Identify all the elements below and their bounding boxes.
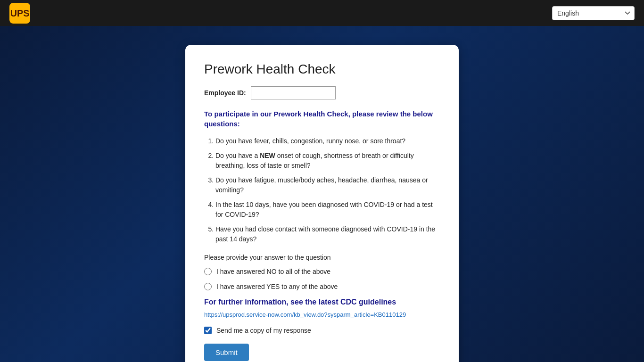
radio-yes-any-label: I have answered YES to any of the above: [216, 283, 338, 290]
radio-no-all[interactable]: I have answered NO to all of the above: [204, 268, 440, 275]
header: UPS English Spanish French Chinese: [0, 0, 644, 26]
bold-new: NEW: [260, 152, 275, 159]
copy-response-row: Send me a copy of my response: [204, 327, 440, 334]
answer-prompt: Please provide your answer to the questi…: [204, 254, 440, 261]
form-title: Prework Health Check: [204, 62, 440, 77]
radio-yes-any-input[interactable]: [204, 283, 212, 290]
list-item: Have you had close contact with someone …: [215, 224, 440, 244]
list-item: In the last 10 days, have you been diagn…: [215, 200, 440, 220]
radio-yes-any[interactable]: I have answered YES to any of the above: [204, 283, 440, 290]
list-item: Do you have fatigue, muscle/body aches, …: [215, 175, 440, 195]
employee-id-label: Employee ID:: [204, 89, 246, 97]
submit-button[interactable]: Submit: [204, 344, 249, 361]
main-content: Prework Health Check Employee ID: To par…: [0, 26, 644, 362]
list-item: Do you have a NEW onset of cough, shortn…: [215, 151, 440, 171]
radio-no-all-input[interactable]: [204, 268, 212, 275]
employee-id-row: Employee ID:: [204, 86, 440, 99]
form-card: Prework Health Check Employee ID: To par…: [185, 45, 459, 362]
cdc-link[interactable]: https://upsprod.service-now.com/kb_view.…: [204, 311, 440, 318]
list-item: Do you have fever, chills, congestion, r…: [215, 136, 440, 146]
cdc-heading: For further information, see the latest …: [204, 298, 440, 306]
svg-text:UPS: UPS: [11, 8, 29, 18]
intro-text: To participate in our Prework Health Che…: [204, 109, 440, 129]
copy-response-label[interactable]: Send me a copy of my response: [216, 327, 311, 334]
language-select[interactable]: English Spanish French Chinese: [552, 6, 635, 20]
ups-logo: UPS: [9, 3, 30, 24]
copy-response-checkbox[interactable]: [204, 327, 212, 334]
radio-no-all-label: I have answered NO to all of the above: [216, 268, 330, 275]
questions-list: Do you have fever, chills, congestion, r…: [215, 136, 440, 244]
employee-id-input[interactable]: [251, 86, 336, 99]
